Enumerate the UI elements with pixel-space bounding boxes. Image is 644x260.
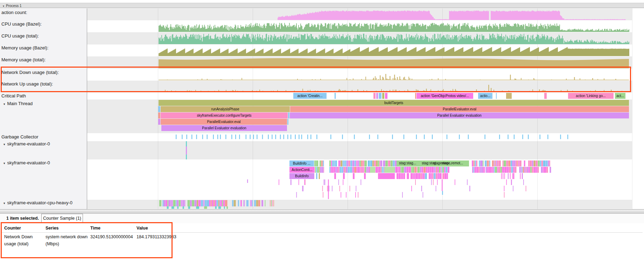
sidebar-track-skyframe-evaluator-cpu-heavy-0[interactable]: ▾skyframe-evaluator-cpu-heavy-0: [4, 200, 72, 205]
tab-counter-sample[interactable]: Counter Sample (1): [41, 214, 83, 223]
slice-parallel-evaluator-evaluation[interactable]: Parallel Evaluator evaluation: [161, 125, 287, 131]
slice-act[interactable]: act...: [615, 93, 625, 99]
slice[interactable]: [385, 93, 387, 99]
slice[interactable]: [335, 93, 336, 99]
highlight-box-counter-table: [1, 222, 173, 258]
track-label: skyframe-evaluator-0: [7, 141, 50, 146]
slice[interactable]: [158, 119, 160, 125]
track-label: action count:: [1, 10, 27, 15]
status-bar: 1 item selected. Counter Sample (1): [0, 214, 644, 223]
selection-status: 1 item selected.: [6, 216, 39, 221]
slice[interactable]: [288, 112, 289, 118]
slice-buildtargets[interactable]: buildTargets: [159, 100, 629, 106]
slice-action-genobjcprotos-video[interactable]: action 'GenObjcProtos video/...: [416, 93, 473, 99]
sidebar-track-critical-path[interactable]: Critical Path: [1, 93, 26, 98]
track-label: CPU usage (total):: [1, 33, 39, 39]
collapse-arrow-icon[interactable]: ▾: [4, 201, 5, 205]
process-header-label: Process 1: [6, 4, 21, 8]
sidebar-track-skyframe-evaluator-0-b[interactable]: ▾skyframe-evaluator-0: [4, 160, 50, 165]
sidebar-track-action-count[interactable]: action count:: [1, 10, 27, 15]
slice[interactable]: [379, 93, 382, 99]
slice-skyframeexecutor-configuretargets[interactable]: skyframeExecutor.configureTargets: [161, 112, 288, 118]
track-label: Critical Path: [1, 93, 26, 98]
slice[interactable]: [373, 93, 376, 99]
slice[interactable]: [376, 93, 378, 99]
slice-buildinfo[interactable]: BuildInfo ...: [289, 160, 314, 166]
slice[interactable]: [287, 119, 288, 125]
slice[interactable]: [382, 93, 384, 99]
slice-actionconti[interactable]: ActionConti...: [289, 167, 315, 173]
track-label: Garbage Collector: [1, 134, 38, 139]
highlight-box-network-tracks: [1, 67, 631, 92]
track-label: skyframe-evaluator-0: [7, 160, 50, 165]
panel-divider-handle[interactable]: [0, 209, 644, 214]
slice[interactable]: [415, 93, 416, 99]
stage-slice-label: stag:stag...: [399, 161, 416, 165]
sidebar-track-skyframe-evaluator-0[interactable]: ▾skyframe-evaluator-0: [4, 141, 50, 146]
track-label: CPU usage (Bazel):: [1, 21, 42, 27]
slice-parallelevaluator-eval[interactable]: ParallelEvaluator.eval: [161, 119, 287, 125]
track-label-panel: action count:CPU usage (Bazel):CPU usage…: [0, 8, 87, 209]
track-label: Memory usage (Bazel):: [1, 45, 48, 50]
slice-action-creatin[interactable]: action 'Creatin...: [293, 93, 327, 99]
collapse-arrow-icon[interactable]: ▾: [4, 162, 5, 165]
collapse-arrow-icon[interactable]: ▾: [4, 102, 5, 106]
slice-action-linking-go[interactable]: action 'Linking go...: [568, 93, 614, 99]
collapse-arrow-icon[interactable]: ▾: [3, 5, 4, 8]
stage-slice-label: stage.remot...: [442, 161, 463, 165]
slice[interactable]: [544, 93, 547, 99]
slice-buildinfo[interactable]: BuildInfo: [289, 173, 314, 179]
time-ruler[interactable]: [0, 0, 644, 3]
slice[interactable]: [506, 93, 512, 99]
track-label: Memory usage (total):: [1, 57, 46, 62]
slice[interactable]: [158, 112, 160, 118]
track-label: Main Thread: [7, 101, 33, 106]
sidebar-track-memory-usage-total[interactable]: Memory usage (total):: [1, 57, 46, 62]
process-header[interactable]: ▾Process 1: [0, 3, 644, 8]
sidebar-track-garbage-collector[interactable]: Garbage Collector: [1, 134, 38, 139]
sidebar-track-cpu-usage-bazel[interactable]: CPU usage (Bazel):: [1, 21, 42, 27]
slice-actio[interactable]: actio...: [478, 93, 492, 99]
slice[interactable]: [496, 93, 497, 99]
sidebar-track-memory-usage-bazel[interactable]: Memory usage (Bazel):: [1, 45, 48, 50]
slice[interactable]: [158, 106, 160, 112]
sidebar-track-main-thread[interactable]: ▾Main Thread: [4, 101, 33, 106]
slice-parallelevaluator-eval[interactable]: ParallelEvaluator.eval: [290, 106, 629, 112]
track-label: skyframe-evaluator-cpu-heavy-0: [7, 200, 72, 205]
slice-parallel-evaluator-evaluation[interactable]: Parallel Evaluator evaluation: [290, 112, 629, 118]
sidebar-track-cpu-usage-total[interactable]: CPU usage (total):: [1, 33, 39, 39]
slice-runanalysisphase[interactable]: runAnalysisPhase: [161, 106, 290, 112]
collapse-arrow-icon[interactable]: ▾: [4, 143, 5, 146]
trace-viewer-window: ▾Process 1 action 'Creatin...action 'Gen…: [0, 0, 644, 260]
